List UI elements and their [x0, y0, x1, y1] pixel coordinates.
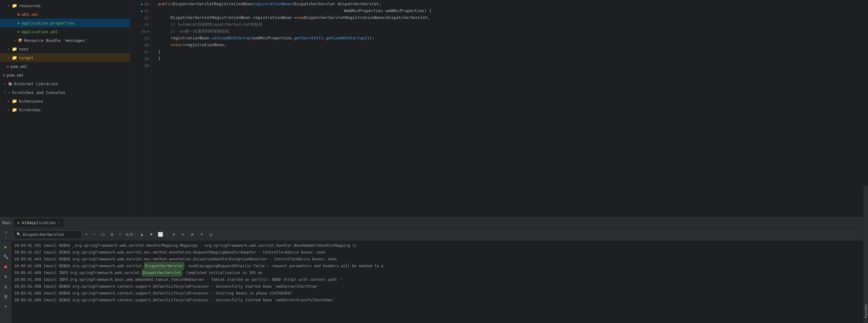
tree-label-pom1: pom.xml — [10, 64, 28, 69]
console-line-6: 10:05:41.450 [main] INFO org.springframe… — [14, 276, 861, 283]
run-tab-close[interactable]: × — [58, 221, 60, 225]
line-numbers-gutter: ▶40 ▶41 42 43 44◆ 45 46 47 48 49 — [130, 0, 152, 217]
console-line-2: 10:05:41.427 [main] DEBUG org.springfram… — [14, 249, 861, 256]
tree-label-a02xml: a02.xml — [21, 12, 38, 17]
tree-item-pom1[interactable]: m pom.xml — [0, 62, 130, 71]
chevron-scratches — [2, 90, 7, 95]
clear-search-btn[interactable]: × — [83, 231, 90, 238]
chevron-extensions — [6, 99, 11, 103]
code-line-46: return registrationBean; — [158, 41, 868, 49]
case-sensitive-btn[interactable]: Cc — [99, 231, 107, 238]
file-icon-yaml: ⚙ — [18, 30, 20, 34]
search-count: 4/9 — [126, 232, 133, 237]
line-num-44: 44◆ — [130, 28, 152, 35]
search-input[interactable] — [23, 232, 75, 237]
code-line-41: WebMvcProperties webMvcProperties) { — [158, 7, 868, 14]
whole-word-btn[interactable]: W — [108, 231, 115, 238]
print-btn[interactable]: 🖨 — [2, 282, 10, 291]
tree-label-scratches-consoles: Scratches and Consoles — [12, 90, 65, 95]
favorites-panel: Favorites — [863, 186, 868, 323]
console-line-8: 10:05:41.450 [main] DEBUG org.springfram… — [14, 290, 861, 297]
tree-item-extensions[interactable]: 📁 Extensions — [0, 97, 130, 105]
code-line-43: // 1=tomcat启动时DispatcherServlet初始化 — [158, 21, 868, 28]
code-editor: ▶40 ▶41 42 43 44◆ 45 46 47 48 49 — [130, 0, 868, 217]
tree-item-scratches[interactable]: 📁 Scratches — [0, 105, 130, 114]
tree-label-app-yaml: application.yml — [21, 29, 58, 34]
run-btn[interactable]: ▶ — [2, 243, 10, 251]
left-icon-bar: ▶ 🔧 ⏹ ⊞ 🖨 🗑 ≡ — [0, 241, 12, 323]
run-tab-a10[interactable]: ▶ A10Application × — [14, 219, 64, 227]
regex-mode-btn[interactable]: * — [117, 231, 123, 238]
run-tab-label: A10Application — [22, 220, 56, 225]
stop-red-btn[interactable]: ⏹ — [2, 263, 10, 271]
line-num-48: 48 — [130, 55, 152, 62]
line-num-41: ▶41 — [130, 7, 152, 14]
console-log[interactable]: 10:05:41.291 [main] DEBUG _org.springfra… — [12, 241, 863, 323]
line-num-47: 47 — [130, 49, 152, 55]
chevron-resources — [6, 3, 11, 8]
tree-label-bundle: Resource Bundle 'messages' — [24, 38, 87, 43]
favorites-label: Favorites — [864, 304, 868, 318]
list-btn[interactable]: ≡ — [2, 302, 10, 311]
tree-item-target[interactable]: 📁 target — [0, 53, 130, 62]
chevron-target — [6, 55, 11, 60]
run-tab-bar: Run: ▶ A10Application × — [0, 217, 868, 228]
tree-item-app-properties[interactable]: ⚙ application.properties — [0, 19, 130, 27]
folder-icon: 📁 — [12, 3, 17, 8]
console-line-4: 10:05:41.449 [main] DEBUG org.springfram… — [14, 263, 861, 269]
tree-label-extlibs: External Libraries — [14, 82, 58, 86]
console-toolbar: ↺ ↓ 🔍 × ↩ Cc W * 4/9 ▲ ▼ ⬜ — [0, 228, 868, 241]
bottom-panel: Run: ▶ A10Application × ↺ ↓ 🔍 × ↩ — [0, 217, 868, 323]
lib-icon: 📚 — [8, 82, 12, 86]
folder-icon-extensions: 📁 — [12, 99, 17, 103]
tree-item-test[interactable]: 📁 test — [0, 45, 130, 53]
stop-btn[interactable]: ↓ — [2, 235, 10, 239]
line-num-45: 45 — [130, 35, 152, 41]
toolbar-icon-3[interactable]: ⊞ — [188, 231, 196, 239]
tree-label-test: test — [19, 47, 29, 52]
tree-label-scratches: Scratches — [19, 107, 41, 112]
restart-btn[interactable]: ↺ — [2, 230, 10, 234]
settings-btn[interactable]: 🔧 — [2, 253, 10, 261]
folder-icon-test: 📁 — [12, 46, 17, 52]
line-num-42: 42 — [130, 14, 152, 21]
file-tree: 📁 resources a a02.xml ⚙ application.prop… — [0, 0, 130, 217]
code-line-44: // -1=第一次请求到时候初始化 — [158, 28, 868, 35]
tree-item-resources[interactable]: 📁 resources — [0, 1, 130, 10]
toolbar-left-group: ↺ ↓ — [2, 230, 10, 239]
line-num-49: 49 — [130, 62, 152, 69]
delete-btn[interactable]: 🗑 — [2, 292, 10, 301]
tree-item-a02xml[interactable]: a a02.xml — [0, 10, 130, 19]
console-line-9: 10:05:41.450 [main] DEBUG org.springfram… — [14, 297, 861, 303]
toolbar-icon-4[interactable]: ≡ — [198, 231, 206, 239]
code-line-49 — [158, 62, 868, 69]
file-icon-maven2: m — [2, 73, 5, 77]
layout-btn[interactable]: ⊞ — [2, 272, 10, 281]
chevron-scratches-folder — [6, 107, 11, 112]
chevron-test — [6, 46, 11, 52]
tree-label-extensions: Extensions — [19, 99, 43, 103]
tree-label-target: target — [19, 56, 33, 60]
file-icon-properties: ⚙ — [18, 21, 20, 25]
tree-item-resource-bundle[interactable]: 📦 Resource Bundle 'messages' — [0, 36, 130, 45]
next-match-btn[interactable]: ▼ — [147, 231, 155, 239]
tree-label: resources — [19, 3, 41, 8]
console-area: ▶ 🔧 ⏹ ⊞ 🖨 🗑 ≡ 10:05:41.291 [main] DEBUG … — [0, 241, 868, 323]
tree-label-pom2: pom.xml — [7, 73, 24, 77]
search-box[interactable]: 🔍 — [13, 230, 82, 239]
console-line-5: 10:05:41.449 [main] INFO org.springframe… — [14, 269, 861, 276]
console-line-3: 10:05:41.443 [main] DEBUG org.springfram… — [14, 256, 861, 263]
stop-search-btn[interactable]: ⬜ — [157, 231, 165, 239]
chevron-bundle — [12, 38, 18, 43]
prev-match-btn[interactable]: ▲ — [138, 231, 146, 239]
regex-btn[interactable]: ↩ — [91, 231, 98, 238]
toolbar-icon-1[interactable]: ⊕ — [170, 231, 178, 239]
tree-item-pom2[interactable]: m pom.xml — [0, 71, 130, 79]
file-icon-maven1: m — [6, 64, 9, 69]
toolbar-icon-2[interactable]: ⊖ — [179, 231, 187, 239]
tree-item-app-yaml[interactable]: ⚙ application.yml — [0, 27, 130, 36]
tree-item-external-libs[interactable]: 📚 External Libraries — [0, 79, 130, 88]
toolbar-icon-filter[interactable]: ⋁ — [207, 231, 215, 239]
tree-item-scratches-consoles[interactable]: ✏ Scratches and Consoles — [0, 88, 130, 97]
line-num-46: 46 — [130, 41, 152, 49]
